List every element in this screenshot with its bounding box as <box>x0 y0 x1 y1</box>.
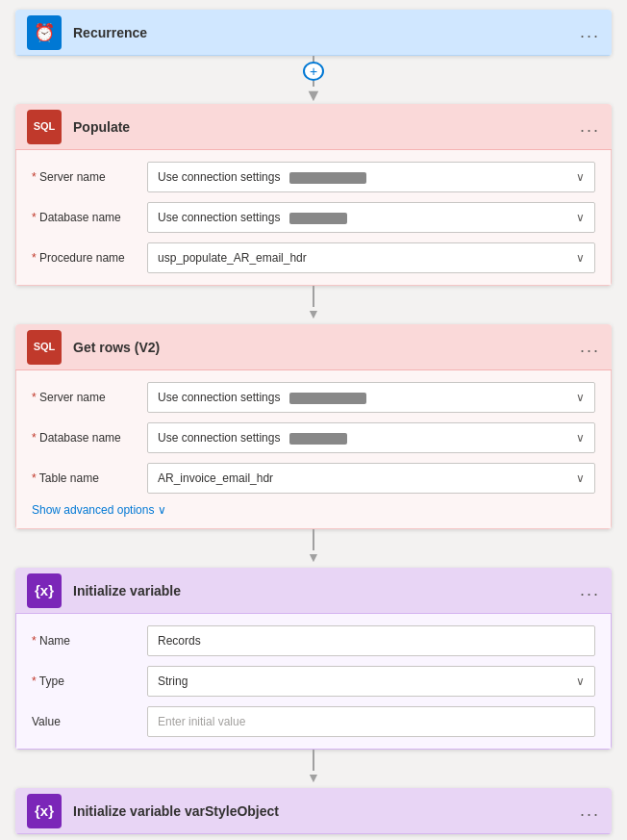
flow-canvas: ⏰ Recurrence ... + ▼ SQL Populate ... * … <box>0 0 627 840</box>
populate-title: Populate <box>73 119 568 135</box>
populate-db-control[interactable]: Use connection settings ∨ <box>147 202 595 233</box>
show-advanced-chevron: ∨ <box>158 503 166 517</box>
recurrence-title: Recurrence <box>73 25 568 40</box>
init-var-type-control[interactable]: String ∨ <box>147 666 595 697</box>
populate-proc-label: * Procedure name <box>32 251 138 265</box>
populate-card: SQL Populate ... * Server name Use conne… <box>15 104 612 286</box>
populate-server-value: Use connection settings <box>158 170 366 184</box>
arrow-3: ▼ <box>307 550 320 564</box>
show-advanced-text: Show advanced options <box>32 503 154 517</box>
init-variable2-icon: {x} <box>27 794 62 828</box>
populate-db-label: * Database name <box>32 211 138 224</box>
connector-3: ▼ <box>307 529 320 568</box>
populate-proc-value: usp_populate_AR_email_hdr <box>158 251 307 265</box>
init-variable-card: {x} Initialize variable ... * Name Recor… <box>15 568 612 750</box>
get-rows-card: SQL Get rows (V2) ... * Server name Use … <box>15 324 612 529</box>
populate-server-label: * Server name <box>32 170 138 184</box>
get-rows-table-control[interactable]: AR_invoice_email_hdr ∨ <box>147 463 595 494</box>
recurrence-header: ⏰ Recurrence ... <box>15 10 612 56</box>
vline-2 <box>313 286 314 307</box>
populate-header: SQL Populate ... <box>15 104 612 150</box>
get-rows-table-row: * Table name AR_invoice_email_hdr ∨ <box>32 463 595 494</box>
populate-server-arrow: ∨ <box>576 170 585 184</box>
init-variable2-title: Initialize variable varStyleObject <box>73 803 568 819</box>
init-variable2-header: {x} Initialize variable varStyleObject .… <box>15 788 612 834</box>
get-rows-body: * Server name Use connection settings ∨ … <box>15 370 612 529</box>
populate-db-arrow: ∨ <box>576 211 585 224</box>
populate-db-value: Use connection settings <box>158 211 347 224</box>
init-variable-title: Initialize variable <box>73 583 568 598</box>
get-rows-server-label: * Server name <box>32 391 138 404</box>
init-var-name-value: Records <box>158 634 201 648</box>
arrow-1: ▼ <box>305 87 322 104</box>
get-rows-server-control[interactable]: Use connection settings ∨ <box>147 382 595 413</box>
vline-3 <box>313 529 314 550</box>
get-rows-db-value: Use connection settings <box>158 431 347 445</box>
get-rows-db-row: * Database name Use connection settings … <box>32 422 595 453</box>
init-var-type-row: * Type String ∨ <box>32 666 595 697</box>
connector-4: ▼ <box>307 750 320 788</box>
init-var-value-input[interactable]: Enter initial value <box>147 706 595 737</box>
get-rows-db-label: * Database name <box>32 431 138 445</box>
connector-2: ▼ <box>307 286 320 324</box>
recurrence-card: ⏰ Recurrence ... <box>15 10 612 56</box>
populate-db-row: * Database name Use connection settings … <box>32 202 595 233</box>
init-var-value-row: Value Enter initial value <box>32 706 595 737</box>
add-step-button-1[interactable]: + <box>303 62 324 81</box>
init-var-name-label: * Name <box>32 634 138 648</box>
vline-4 <box>313 750 314 771</box>
arrow-2: ▼ <box>307 307 320 320</box>
populate-body: * Server name Use connection settings ∨ … <box>15 150 612 286</box>
init-var-type-arrow: ∨ <box>576 675 585 688</box>
init-variable-body: * Name Records * Type String ∨ Value Ent… <box>15 614 612 750</box>
get-rows-menu[interactable]: ... <box>580 337 600 357</box>
get-rows-table-value: AR_invoice_email_hdr <box>158 471 273 485</box>
get-rows-db-control[interactable]: Use connection settings ∨ <box>147 422 595 453</box>
populate-proc-control[interactable]: usp_populate_AR_email_hdr ∨ <box>147 242 595 273</box>
init-var-name-row: * Name Records <box>32 625 595 656</box>
init-var-type-value: String <box>158 675 188 688</box>
add-connector-1: + ▼ <box>303 56 324 104</box>
init-variable2-menu[interactable]: ... <box>580 801 600 821</box>
recurrence-icon: ⏰ <box>27 15 62 50</box>
get-rows-icon: SQL <box>27 330 62 365</box>
init-variable-header: {x} Initialize variable ... <box>15 568 612 614</box>
init-var-type-label: * Type <box>32 675 138 688</box>
get-rows-table-arrow: ∨ <box>576 471 585 485</box>
recurrence-menu[interactable]: ... <box>580 22 600 42</box>
get-rows-header: SQL Get rows (V2) ... <box>15 324 612 370</box>
populate-proc-row: * Procedure name usp_populate_AR_email_h… <box>32 242 595 273</box>
populate-menu[interactable]: ... <box>580 116 600 137</box>
init-variable-menu[interactable]: ... <box>580 580 600 600</box>
show-advanced-link[interactable]: Show advanced options ∨ <box>32 503 595 517</box>
populate-server-row: * Server name Use connection settings ∨ <box>32 162 595 192</box>
get-rows-title: Get rows (V2) <box>73 340 568 355</box>
init-var-value-label: Value <box>32 715 138 728</box>
init-variable2-card: {x} Initialize variable varStyleObject .… <box>15 788 612 834</box>
get-rows-server-value: Use connection settings <box>158 391 366 404</box>
arrow-4: ▼ <box>307 771 320 784</box>
get-rows-server-arrow: ∨ <box>576 391 585 404</box>
get-rows-server-row: * Server name Use connection settings ∨ <box>32 382 595 413</box>
populate-icon: SQL <box>27 110 62 144</box>
init-variable-icon: {x} <box>27 573 62 608</box>
get-rows-table-label: * Table name <box>32 471 138 485</box>
populate-proc-arrow: ∨ <box>576 251 585 265</box>
init-var-name-input[interactable]: Records <box>147 625 595 656</box>
init-var-value-placeholder: Enter initial value <box>158 715 245 728</box>
populate-server-control[interactable]: Use connection settings ∨ <box>147 162 595 192</box>
get-rows-db-arrow: ∨ <box>576 431 585 445</box>
